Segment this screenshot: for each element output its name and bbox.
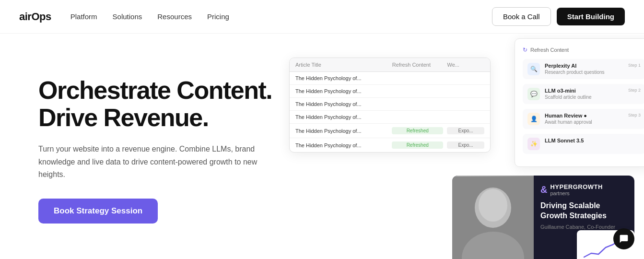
testimonial-card: & HYPERGROWTH partners Driving Scalable …: [452, 176, 634, 259]
table-row: The Hidden Psychology of...: [290, 85, 490, 98]
table-row: The Hidden Psychology of...: [290, 72, 490, 85]
hero-left: Orchestrate Content. Drive Revenue. Turn…: [38, 62, 272, 224]
step-num-2: Step 2: [628, 88, 641, 93]
table-row: The Hidden Psychology of...: [290, 111, 490, 124]
step-title-3: Human Review ●: [545, 113, 641, 118]
step-info-4: LLM Sonnet 3.5: [545, 138, 641, 144]
step-title-2: LLM o3-mini: [545, 88, 641, 94]
step-info-1: Perplexity AI Research product questions: [545, 63, 641, 75]
company-amp: &: [540, 184, 547, 195]
book-call-button[interactable]: Book a Call: [492, 7, 551, 26]
nav-solutions[interactable]: Solutions: [113, 12, 142, 21]
step-icon-human: 👤: [527, 113, 540, 125]
step-num-1: Step 1: [628, 63, 641, 68]
nav-links: Platform Solutions Resources Pricing: [70, 12, 229, 21]
company-line1: HYPERGROWTH: [550, 183, 603, 190]
workflow-step-4: ✨ LLM Sonnet 3.5: [523, 134, 644, 154]
testimonial-person: Guillaume Cabane, Co-Founder: [540, 224, 628, 230]
workflow-header: ↻ Refresh Content: [523, 47, 644, 53]
col-header-refresh: Refresh Content: [392, 62, 444, 68]
nav-right: Book a Call Start Building: [492, 7, 625, 26]
table-row: The Hidden Psychology of... Refreshed Ex…: [290, 138, 490, 152]
book-strategy-button[interactable]: Book Strategy Session: [38, 199, 158, 224]
cell-title: The Hidden Psychology of...: [295, 128, 388, 134]
spreadsheet-header: Article Title Refresh Content We...: [290, 58, 490, 72]
cell-action-export: Expo...: [447, 127, 484, 134]
table-row: The Hidden Psychology of...: [290, 98, 490, 111]
hero-title: Orchestrate Content. Drive Revenue.: [38, 77, 272, 131]
step-icon-sonnet: ✨: [527, 138, 540, 150]
start-building-button[interactable]: Start Building: [557, 8, 625, 25]
workflow-panel: ↻ Refresh Content 🔍 Perplexity AI Resear…: [515, 38, 644, 167]
spreadsheet-panel: Article Title Refresh Content We... The …: [289, 58, 491, 153]
step-sub-2: Scaffold article outline: [545, 94, 641, 100]
nav-resources[interactable]: Resources: [157, 12, 192, 21]
step-sub-1: Research product questions: [545, 70, 641, 75]
nav-left: airOps Platform Solutions Resources Pric…: [19, 11, 229, 23]
navbar: airOps Platform Solutions Resources Pric…: [0, 0, 644, 34]
step-info-3: Human Review ● Await human approval: [545, 113, 641, 125]
step-num-3: Step 3: [628, 113, 641, 118]
cell-status-refreshed: Refreshed: [392, 141, 443, 149]
chat-button[interactable]: [613, 228, 634, 249]
logo[interactable]: airOps: [19, 11, 51, 23]
cell-title: The Hidden Psychology of...: [295, 101, 382, 107]
cell-action-export: Expo...: [447, 141, 484, 149]
hero-section: Orchestrate Content. Drive Revenue. Turn…: [0, 34, 644, 259]
company-line2: partners: [550, 190, 603, 196]
cell-title: The Hidden Psychology of...: [295, 114, 382, 120]
cell-title: The Hidden Psychology of...: [295, 142, 388, 148]
col-header-action: We...: [447, 62, 484, 68]
nav-platform[interactable]: Platform: [70, 12, 97, 21]
person-photo: [452, 176, 534, 259]
company-name: HYPERGROWTH partners: [550, 183, 603, 196]
testimonial-image: [452, 176, 534, 259]
cell-status-refreshed: Refreshed: [392, 127, 443, 134]
table-row: The Hidden Psychology of... Refreshed Ex…: [290, 124, 490, 138]
step-title-1: Perplexity AI: [545, 63, 641, 69]
refresh-icon: ↻: [523, 47, 527, 53]
workflow-step-3: 👤 Human Review ● Await human approval St…: [523, 109, 644, 129]
workflow-title: Refresh Content: [530, 47, 569, 53]
workflow-step-2: 💬 LLM o3-mini Scaffold article outline S…: [523, 84, 644, 104]
hero-visual: Article Title Refresh Content We... The …: [289, 38, 644, 259]
step-icon-perplexity: 🔍: [527, 63, 540, 75]
step-sub-3: Await human approval: [545, 119, 641, 125]
step-title-4: LLM Sonnet 3.5: [545, 138, 641, 143]
cell-title: The Hidden Psychology of...: [295, 75, 382, 81]
testimonial-headline: Driving Scalable Growth Strategies: [540, 201, 628, 221]
nav-pricing[interactable]: Pricing: [207, 12, 229, 21]
cell-title: The Hidden Psychology of...: [295, 88, 382, 94]
col-header-article: Article Title: [295, 62, 388, 68]
svg-point-3: [479, 189, 507, 222]
hero-subtitle: Turn your website into a revenue engine.…: [38, 143, 259, 181]
company-badge: & HYPERGROWTH partners: [540, 183, 628, 196]
step-icon-llm: 💬: [527, 88, 540, 100]
step-info-2: LLM o3-mini Scaffold article outline: [545, 88, 641, 100]
workflow-step-1: 🔍 Perplexity AI Research product questio…: [523, 59, 644, 79]
